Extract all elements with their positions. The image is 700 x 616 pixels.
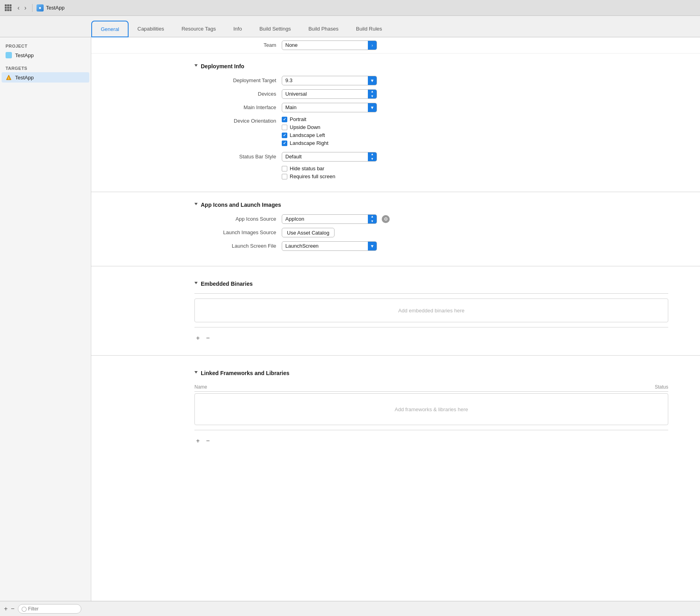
orientation-landscapeleft-checkbox[interactable] [282,133,287,138]
orientation-landscaperight-checkbox[interactable] [282,141,287,146]
linked-frameworks-remove-btn[interactable]: − [204,437,211,445]
sidebar-item-project[interactable]: TestApp [0,50,91,60]
launch-screen-file-value: LaunchScreen [282,241,368,251]
embedded-binaries-toggle[interactable] [194,282,198,286]
statusbar-options-row: Hide status bar Requires full screen [194,166,668,181]
embedded-binaries-section: Embedded Binaries Add embedded binaries … [91,271,700,350]
app-icons-header: App Icons and Launch Images [194,198,668,208]
embedded-binaries-remove-btn[interactable]: − [204,334,211,343]
content-area: Team None › Deployment Info Deployment T… [91,37,700,601]
filter-box: ◯ [18,604,81,614]
status-bar-style-dropdown-btn[interactable]: ▲ ▼ [368,152,377,162]
devices-dropdown[interactable]: Universal ▲ ▼ [282,89,377,99]
orientation-upsidedown-row: Upside Down [282,124,440,130]
bottom-add-btn[interactable]: + [4,605,8,612]
sidebar-item-target[interactable]: ! TestApp [2,72,89,83]
main-interface-dropdown[interactable]: Main ▼ [282,103,377,112]
app-icons-source-control: AppIcon ▲ ▼ ⚙ [282,214,390,224]
tab-info[interactable]: Info [225,21,251,37]
tab-capabilities[interactable]: Capabilities [129,21,173,37]
orientation-portrait-label: Portrait [290,116,306,122]
tab-build-settings[interactable]: Build Settings [251,21,300,37]
team-row: Team None › [91,37,700,54]
device-orientation-control: Portrait Upside Down Landscape Left Land… [282,116,440,148]
use-asset-catalog-button[interactable]: Use Asset Catalog [282,228,335,237]
tab-resource-tags[interactable]: Resource Tags [173,21,224,37]
app-icons-source-dropdown-btn[interactable]: ▲ ▼ [368,214,377,224]
linked-frameworks-empty: Add frameworks & libraries here [194,393,668,425]
main-interface-control: Main ▼ [282,103,440,112]
launch-screen-file-dropdown-btn[interactable]: ▼ [368,241,377,251]
orientation-upsidedown-checkbox[interactable] [282,125,287,130]
linked-frameworks-header: Linked Frameworks and Libraries [194,367,668,376]
main-interface-row: Main Interface Main ▼ [194,103,668,112]
embedded-binaries-add-btn[interactable]: + [194,334,201,343]
linked-frameworks-divider [194,430,668,430]
launch-images-source-label: Launch Images Source [194,228,282,237]
deployment-info-section: Deployment Info Deployment Target 9.3 ▼ … [91,54,700,192]
devices-dropdown-btn[interactable]: ▲ ▼ [368,89,377,99]
orientation-landscapeleft-label: Landscape Left [290,132,325,138]
forward-button[interactable]: › [23,4,28,12]
app-icons-source-dropdown[interactable]: AppIcon ▲ ▼ [282,214,377,224]
hide-statusbar-row: Hide status bar [282,166,440,171]
tab-bar: General Capabilities Resource Tags Info … [0,16,700,37]
back-button[interactable]: ‹ [16,4,21,12]
embedded-binaries-empty-text: Add embedded binaries here [398,308,465,314]
devices-control: Universal ▲ ▼ [282,89,440,99]
app-icons-source-value: AppIcon [282,214,368,224]
hide-statusbar-label: Hide status bar [290,166,324,171]
dropdown-arrow-lsf: ▼ [370,244,375,248]
deployment-target-dropdown-btn[interactable]: ▼ [368,76,377,85]
embedded-binaries-divider-top [194,293,668,294]
tab-build-phases[interactable]: Build Phases [300,21,347,37]
team-dropdown[interactable]: None › [282,40,377,50]
orientation-landscaperight-label: Landscape Right [290,140,329,146]
requires-fullscreen-row: Requires full screen [282,173,440,179]
requires-fullscreen-checkbox[interactable] [282,174,287,179]
devices-value: Universal [282,89,368,99]
status-bar-style-label: Status Bar Style [194,152,282,162]
launch-images-source-control: Use Asset Catalog [282,228,440,237]
targets-section-label: TARGETS [0,64,91,72]
linked-frameworks-table-header: Name Status [194,383,668,392]
app-icons-gear-btn[interactable]: ⚙ [382,215,390,223]
deployment-target-label: Deployment Target [194,76,282,85]
hide-statusbar-checkbox[interactable] [282,166,287,171]
status-bar-style-value: Default [282,152,368,162]
bottom-remove-btn[interactable]: − [11,605,14,612]
orientation-portrait-checkbox[interactable] [282,117,287,122]
deployment-info-title: Deployment Info [201,63,244,69]
embedded-binaries-empty: Add embedded binaries here [194,298,668,322]
deployment-info-toggle[interactable] [194,64,198,68]
dropdown-arrow-dt: ▼ [370,79,375,83]
section-divider-2 [91,266,700,266]
project-section-label: PROJECT [0,41,91,50]
linked-frameworks-section: Linked Frameworks and Libraries Name Sta… [91,360,700,453]
dropdown-arrow-mi: ▼ [370,106,375,110]
app-icons-title: App Icons and Launch Images [201,202,281,208]
file-title: ■ TestApp [37,4,65,12]
tab-general[interactable]: General [91,21,129,37]
linked-frameworks-add-btn[interactable]: + [194,437,201,445]
linked-frameworks-toggle[interactable] [194,371,198,375]
status-bar-style-dropdown[interactable]: Default ▲ ▼ [282,152,377,162]
launch-screen-file-dropdown[interactable]: LaunchScreen ▼ [282,241,377,251]
orientation-upsidedown-label: Upside Down [290,124,320,130]
tab-build-rules[interactable]: Build Rules [347,21,391,37]
launch-screen-file-control: LaunchScreen ▼ [282,241,440,251]
main-interface-dropdown-btn[interactable]: ▼ [368,103,377,112]
embedded-binaries-header: Embedded Binaries [194,277,668,287]
devices-label: Devices [194,89,282,99]
team-dropdown-btn[interactable]: › [368,40,377,50]
deployment-target-dropdown[interactable]: 9.3 ▼ [282,76,377,85]
deployment-target-control: 9.3 ▼ [282,76,440,85]
app-name: TestApp [46,5,65,11]
filter-input[interactable] [28,606,78,612]
title-bar: ‹ › ■ TestApp [0,0,700,16]
team-label: Team [194,40,282,50]
main-interface-value: Main [282,103,368,112]
app-icons-toggle[interactable] [194,203,198,207]
gear-icon: ⚙ [384,216,388,222]
device-orientation-label: Device Orientation [194,116,282,126]
